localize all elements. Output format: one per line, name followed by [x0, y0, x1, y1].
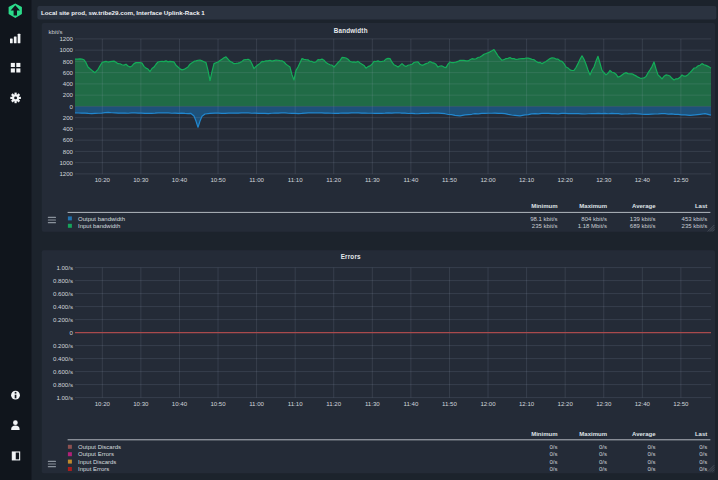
svg-text:10:50: 10:50	[210, 176, 226, 183]
svg-text:12:10: 12:10	[519, 176, 535, 183]
svg-text:0/s: 0/s	[599, 466, 607, 472]
svg-text:0/s: 0/s	[599, 451, 607, 457]
svg-text:0/s: 0/s	[647, 451, 655, 457]
svg-text:12:10: 12:10	[519, 400, 535, 407]
svg-text:12:20: 12:20	[558, 176, 574, 183]
svg-text:12:40: 12:40	[635, 176, 651, 183]
svg-text:0.200/s: 0.200/s	[53, 342, 73, 349]
svg-text:0/s: 0/s	[647, 459, 655, 465]
svg-text:400: 400	[63, 80, 74, 87]
svg-text:Input Errors: Input Errors	[78, 466, 109, 472]
svg-text:12:50: 12:50	[673, 400, 689, 407]
svg-text:0/s: 0/s	[647, 444, 655, 450]
svg-text:11:20: 11:20	[326, 176, 341, 183]
svg-text:11:00: 11:00	[249, 400, 264, 407]
svg-text:10:20: 10:20	[95, 400, 111, 407]
svg-text:Maximum: Maximum	[579, 203, 607, 209]
svg-text:Last: Last	[695, 431, 707, 437]
svg-text:10:40: 10:40	[172, 400, 188, 407]
svg-text:11:00: 11:00	[249, 176, 264, 183]
svg-text:12:20: 12:20	[558, 400, 574, 407]
svg-text:200: 200	[63, 114, 74, 121]
svg-text:10:30: 10:30	[133, 400, 149, 407]
svg-text:0.400/s: 0.400/s	[53, 303, 73, 310]
svg-text:0/s: 0/s	[699, 459, 707, 465]
svg-text:12:30: 12:30	[596, 400, 612, 407]
svg-text:1000: 1000	[59, 159, 73, 166]
svg-text:600: 600	[63, 69, 74, 76]
svg-text:Minimum: Minimum	[531, 203, 557, 209]
svg-text:Average: Average	[632, 203, 656, 209]
svg-text:0/s: 0/s	[549, 466, 557, 472]
svg-text:0.400/s: 0.400/s	[53, 355, 73, 362]
svg-text:11:30: 11:30	[365, 400, 380, 407]
svg-text:1.00/s: 1.00/s	[56, 394, 73, 401]
svg-text:10:20: 10:20	[95, 176, 111, 183]
svg-text:Output Discards: Output Discards	[78, 444, 121, 450]
svg-text:Input bandwidth: Input bandwidth	[78, 223, 120, 229]
svg-text:600: 600	[63, 136, 74, 143]
svg-text:10:50: 10:50	[210, 400, 226, 407]
svg-text:Local site prod, sw.tribe29.co: Local site prod, sw.tribe29.com, Interfa…	[41, 9, 205, 16]
svg-text:139 kbit/s: 139 kbit/s	[630, 216, 656, 222]
svg-text:12:00: 12:00	[480, 176, 496, 183]
svg-text:Minimum: Minimum	[531, 431, 557, 437]
svg-text:Bandwidth: Bandwidth	[334, 27, 368, 34]
svg-text:0/s: 0/s	[699, 466, 707, 472]
svg-text:Maximum: Maximum	[579, 431, 607, 437]
svg-text:800: 800	[63, 58, 74, 65]
svg-text:12:30: 12:30	[596, 176, 612, 183]
svg-text:1.00/s: 1.00/s	[56, 264, 73, 271]
svg-text:0/s: 0/s	[549, 451, 557, 457]
svg-text:200: 200	[63, 91, 74, 98]
svg-text:0/s: 0/s	[647, 466, 655, 472]
svg-text:11:40: 11:40	[403, 176, 418, 183]
svg-text:689 kbit/s: 689 kbit/s	[630, 223, 656, 229]
svg-text:12:50: 12:50	[673, 176, 689, 183]
svg-text:0.600/s: 0.600/s	[53, 290, 73, 297]
svg-text:11:50: 11:50	[442, 400, 457, 407]
svg-text:11:20: 11:20	[326, 400, 341, 407]
svg-text:Input Discards: Input Discards	[78, 459, 116, 465]
svg-text:98.1 kbit/s: 98.1 kbit/s	[530, 216, 557, 222]
svg-text:10:30: 10:30	[133, 176, 149, 183]
svg-text:Last: Last	[695, 203, 707, 209]
svg-text:11:40: 11:40	[403, 400, 418, 407]
svg-text:11:10: 11:10	[288, 400, 303, 407]
svg-text:1.18 Mbit/s: 1.18 Mbit/s	[578, 223, 607, 229]
svg-text:12:40: 12:40	[635, 400, 651, 407]
svg-text:0.200/s: 0.200/s	[53, 316, 73, 323]
svg-text:0.600/s: 0.600/s	[53, 368, 73, 375]
svg-text:0.800/s: 0.800/s	[53, 381, 73, 388]
svg-text:235 kbit/s: 235 kbit/s	[532, 223, 558, 229]
svg-text:400: 400	[63, 125, 74, 132]
svg-text:0/s: 0/s	[549, 444, 557, 450]
svg-text:0/s: 0/s	[549, 459, 557, 465]
svg-text:11:30: 11:30	[365, 176, 380, 183]
svg-text:Average: Average	[632, 431, 656, 437]
svg-text:11:10: 11:10	[288, 176, 303, 183]
svg-text:804 kbit/s: 804 kbit/s	[581, 216, 607, 222]
svg-text:235 kbit/s: 235 kbit/s	[682, 223, 708, 229]
svg-text:0/s: 0/s	[599, 444, 607, 450]
svg-text:800: 800	[63, 148, 74, 155]
svg-text:10:40: 10:40	[172, 176, 188, 183]
svg-text:Output Errors: Output Errors	[78, 451, 114, 457]
svg-text:12:00: 12:00	[480, 400, 496, 407]
svg-text:0.800/s: 0.800/s	[53, 277, 73, 284]
svg-text:11:50: 11:50	[442, 176, 457, 183]
svg-text:0/s: 0/s	[599, 459, 607, 465]
svg-text:0/s: 0/s	[699, 444, 707, 450]
svg-text:1200: 1200	[59, 35, 73, 42]
svg-text:1200: 1200	[59, 170, 73, 177]
svg-text:1000: 1000	[59, 46, 73, 53]
svg-text:453 kbit/s: 453 kbit/s	[682, 216, 708, 222]
svg-text:Errors: Errors	[341, 253, 361, 260]
svg-text:0/s: 0/s	[699, 451, 707, 457]
svg-text:Output bandwidth: Output bandwidth	[78, 216, 125, 222]
svg-text:kbit/s: kbit/s	[48, 29, 62, 35]
